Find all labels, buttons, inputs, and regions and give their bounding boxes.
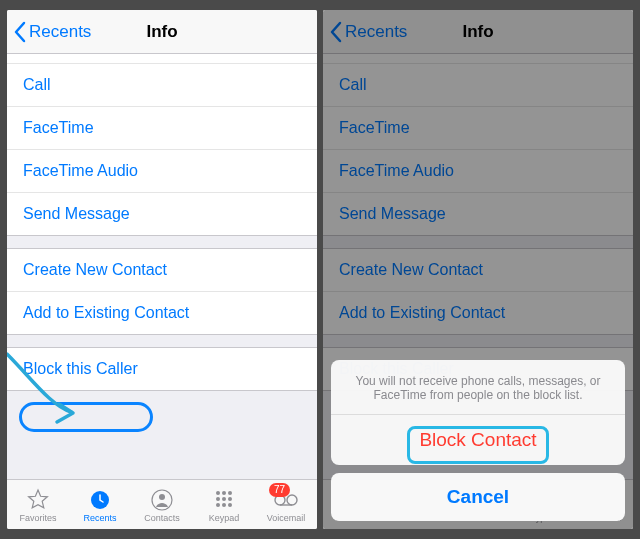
tab-voicemail[interactable]: 77 Voicemail (255, 480, 317, 529)
call-row[interactable]: Call (7, 64, 317, 107)
facetime-row[interactable]: FaceTime (7, 107, 317, 150)
svg-point-3 (216, 491, 220, 495)
tab-label: Favorites (19, 513, 56, 523)
add-existing-row[interactable]: Add to Existing Contact (7, 292, 317, 334)
tab-contacts[interactable]: Contacts (131, 480, 193, 529)
svg-point-6 (216, 497, 220, 501)
tab-label: Voicemail (267, 513, 306, 523)
person-icon (150, 488, 174, 512)
block-caller-row[interactable]: Block this Caller (7, 348, 317, 390)
keypad-icon (212, 488, 236, 512)
svg-point-2 (159, 494, 165, 500)
clock-icon (88, 488, 112, 512)
voicemail-badge: 77 (269, 483, 290, 497)
back-button[interactable]: Recents (7, 21, 91, 43)
chevron-left-icon (13, 21, 27, 43)
create-contact-row[interactable]: Create New Contact (7, 249, 317, 292)
navbar: Recents Info (7, 10, 317, 54)
block-contact-button[interactable]: Block Contact (331, 415, 625, 465)
action-group-3: Block this Caller (7, 347, 317, 391)
svg-point-4 (222, 491, 226, 495)
facetime-audio-row[interactable]: FaceTime Audio (7, 150, 317, 193)
svg-point-7 (222, 497, 226, 501)
tab-favorites[interactable]: Favorites (7, 480, 69, 529)
phone-left: Recents Info Call FaceTime FaceTime Audi… (7, 10, 317, 529)
tab-label: Keypad (209, 513, 240, 523)
tabbar: Favorites Recents Contacts (7, 479, 317, 529)
tab-recents[interactable]: Recents (69, 480, 131, 529)
action-group-2: Create New Contact Add to Existing Conta… (7, 248, 317, 335)
tab-label: Recents (83, 513, 116, 523)
svg-point-9 (216, 503, 220, 507)
action-group-1: Call FaceTime FaceTime Audio Send Messag… (7, 54, 317, 236)
svg-point-11 (228, 503, 232, 507)
svg-point-5 (228, 491, 232, 495)
tab-keypad[interactable]: Keypad (193, 480, 255, 529)
cancel-button[interactable]: Cancel (331, 473, 625, 521)
phone-right: Recents Info Call FaceTime FaceTime Audi… (323, 10, 633, 529)
back-label: Recents (29, 22, 91, 42)
tab-label: Contacts (144, 513, 180, 523)
sheet-message: You will not receive phone calls, messag… (331, 360, 625, 415)
send-message-row[interactable]: Send Message (7, 193, 317, 235)
star-icon (26, 488, 50, 512)
annotation-highlight (19, 402, 153, 432)
svg-point-13 (287, 495, 297, 505)
action-sheet: You will not receive phone calls, messag… (331, 360, 625, 521)
svg-point-10 (222, 503, 226, 507)
svg-point-8 (228, 497, 232, 501)
